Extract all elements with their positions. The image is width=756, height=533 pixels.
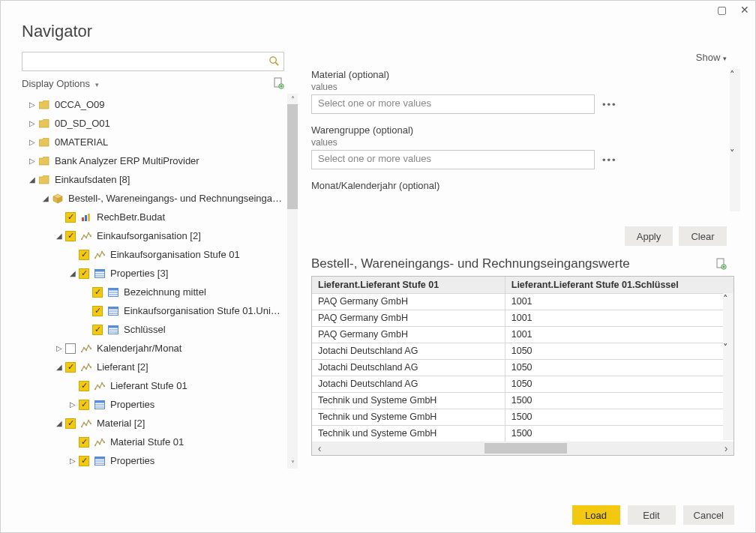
browse-icon[interactable]: ••• — [602, 154, 617, 166]
dim-icon — [80, 361, 92, 373]
tree-item[interactable]: Schlüssel — [22, 320, 284, 339]
display-options-dropdown[interactable]: Display Options ▾ — [22, 78, 99, 89]
show-dropdown[interactable]: Show ▾ — [696, 52, 727, 63]
scroll-down-icon[interactable]: ˅ — [723, 342, 734, 353]
table-row[interactable]: Jotachi Deutschland AG1050Jotachi Deutsc… — [312, 376, 734, 392]
tree-item[interactable]: ▷Kalenderjahr/Monat — [22, 339, 284, 358]
scroll-thumb[interactable] — [730, 80, 740, 148]
expander-icon[interactable]: ◢ — [41, 194, 50, 202]
left-panel: Display Options ▾ ▷0CCA_O09▷0D_SD_O01▷0M… — [22, 52, 293, 498]
expander-icon[interactable]: ◢ — [55, 232, 64, 240]
table-cell: 1001 — [505, 310, 734, 326]
checkbox-icon[interactable] — [65, 231, 76, 241]
tree-item[interactable]: ◢Einkaufsorganisation [2] — [22, 226, 284, 245]
scroll-thumb[interactable] — [723, 304, 734, 342]
maximize-icon[interactable]: ▢ — [717, 4, 727, 15]
tree-item[interactable]: Material Stufe 01 — [22, 433, 284, 451]
table-row[interactable]: Jotachi Deutschland AG1050Jotachi Deutsc… — [312, 343, 734, 359]
edit-button[interactable]: Edit — [628, 505, 676, 525]
tree-item[interactable]: ◢Einkaufsdaten [8] — [22, 170, 284, 189]
scroll-up-icon[interactable]: ˄ — [730, 69, 740, 80]
add-preview-icon[interactable] — [716, 258, 727, 270]
scroll-left-icon[interactable]: ‹ — [312, 442, 327, 454]
checkbox-icon[interactable] — [65, 418, 76, 429]
expander-icon[interactable]: ◢ — [28, 175, 37, 184]
add-item-icon[interactable] — [274, 77, 284, 89]
column-header[interactable]: Lieferant.Lieferant Stufe 01 — [312, 277, 505, 293]
checkbox-icon[interactable] — [79, 250, 89, 260]
close-icon[interactable]: ✕ — [740, 4, 749, 15]
search-icon[interactable] — [268, 55, 280, 67]
tree-item[interactable]: ▷Properties — [22, 395, 284, 414]
param-input[interactable]: Select one or more values — [311, 150, 595, 169]
svg-point-12 — [88, 232, 89, 233]
expander-icon[interactable]: ◢ — [55, 363, 64, 371]
cancel-button[interactable]: Cancel — [683, 505, 734, 525]
tree-item-label: Properties — [110, 399, 284, 410]
load-button[interactable]: Load — [572, 505, 620, 525]
tree-item[interactable]: Einkaufsorganisation Stufe 01.UniqueNa..… — [22, 301, 284, 320]
expander-icon[interactable]: ▷ — [28, 119, 37, 127]
expander-icon[interactable]: ◢ — [68, 269, 77, 277]
tree-item[interactable]: ▷0D_SD_O01 — [22, 114, 284, 133]
expander-icon[interactable]: ▷ — [28, 157, 37, 165]
checkbox-icon[interactable] — [79, 381, 89, 391]
param-input[interactable]: Select one or more values — [311, 94, 595, 114]
param-label: Monat/Kalenderjahr (optional) — [311, 180, 740, 191]
clear-button[interactable]: Clear — [679, 226, 727, 246]
table-row[interactable]: PAQ Germany GmbH1001PAQ Germany GmbH — [312, 310, 734, 326]
scroll-right-icon[interactable]: › — [718, 442, 734, 454]
tree-view[interactable]: ▷0CCA_O09▷0D_SD_O01▷0MATERIAL▷Bank Analy… — [22, 94, 284, 469]
table-row[interactable]: Technik und Systeme GmbH1500Technik und … — [312, 425, 734, 442]
tree-item[interactable]: ◢Bestell-, Wareneingangs- und Rechnungse… — [22, 189, 284, 208]
tree-item[interactable]: ▷0MATERIAL — [22, 133, 284, 151]
checkbox-icon[interactable] — [79, 456, 89, 466]
expander-icon[interactable]: ▷ — [55, 344, 64, 352]
table-row[interactable]: PAQ Germany GmbH1001PAQ Germany GmbH — [312, 293, 734, 310]
tree-item[interactable]: ◢Lieferant [2] — [22, 358, 284, 376]
expander-icon[interactable]: ▷ — [68, 400, 77, 409]
tree-item[interactable]: Bezeichnung mittel — [22, 283, 284, 301]
tree-item[interactable]: ◢Material [2] — [22, 414, 284, 433]
table-hscrollbar[interactable]: ‹ › — [312, 442, 734, 455]
expander-icon[interactable]: ▷ — [28, 138, 37, 146]
checkbox-icon[interactable] — [79, 400, 89, 410]
param-label: Material (optional) — [311, 69, 740, 80]
expander-icon[interactable]: ◢ — [55, 419, 64, 427]
table-row[interactable]: Jotachi Deutschland AG1050Jotachi Deutsc… — [312, 359, 734, 376]
preview-table[interactable]: Lieferant.Lieferant Stufe 01Lieferant.Li… — [311, 276, 734, 456]
params-scrollbar[interactable]: ˄ ˅ — [730, 69, 740, 211]
tree-item[interactable]: Lieferant Stufe 01 — [22, 376, 284, 395]
checkbox-icon[interactable] — [65, 212, 76, 223]
tree-item[interactable]: ▷0CCA_O09 — [22, 95, 284, 114]
table-row[interactable]: Technik und Systeme GmbH1500Technik und … — [312, 392, 734, 409]
table-vscrollbar[interactable]: ˄ ˅ — [723, 293, 734, 440]
tree-item[interactable]: ▷Properties — [22, 451, 284, 469]
scroll-up-icon[interactable]: ˄ — [723, 293, 734, 304]
expander-icon[interactable]: ▷ — [68, 457, 77, 465]
scroll-down-icon[interactable]: ˅ — [730, 148, 740, 159]
checkbox-icon[interactable] — [79, 268, 89, 279]
checkbox-icon[interactable] — [92, 287, 103, 298]
checkbox-icon[interactable] — [92, 306, 103, 316]
tree-item[interactable]: Einkaufsorganisation Stufe 01 — [22, 245, 284, 264]
column-header[interactable]: Lieferant.Lieferant Stufe 01.Schlüssel — [505, 277, 734, 293]
browse-icon[interactable]: ••• — [602, 99, 617, 110]
tree-item[interactable]: RechBetr.Budat — [22, 208, 284, 226]
apply-button[interactable]: Apply — [625, 226, 673, 246]
checkbox-icon[interactable] — [65, 362, 76, 373]
param-sublabel: values — [311, 82, 740, 92]
expander-icon[interactable]: ▷ — [28, 100, 37, 109]
tree-item[interactable]: ▷Bank Analyzer ERP MultiProvider — [22, 151, 284, 170]
checkbox-icon[interactable] — [65, 343, 76, 354]
search-input[interactable] — [22, 52, 284, 71]
checkbox-icon[interactable] — [79, 437, 89, 448]
scroll-thumb[interactable] — [484, 443, 567, 454]
table-row[interactable]: Technik und Systeme GmbH1500Technik und … — [312, 409, 734, 425]
tree-item[interactable]: ◢Properties [3] — [22, 264, 284, 283]
tree-item-label: Bezeichnung mittel — [124, 286, 284, 298]
table-row[interactable]: PAQ Germany GmbH1001PAQ Germany GmbH — [312, 326, 734, 343]
tree-item-label: Kalenderjahr/Monat — [97, 343, 284, 354]
tree-item-label: 0CCA_O09 — [55, 99, 284, 110]
checkbox-icon[interactable] — [92, 325, 103, 335]
